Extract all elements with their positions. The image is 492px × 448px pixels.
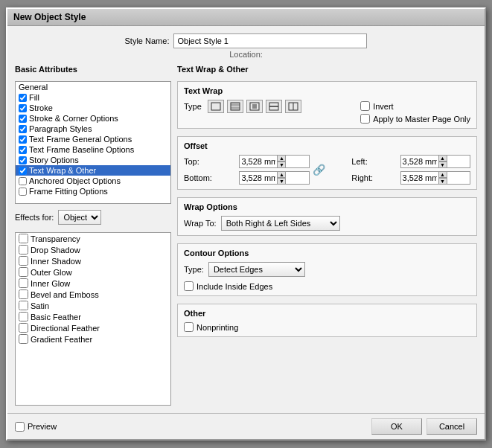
effects-item[interactable]: Transparency [16,233,170,244]
effects-item[interactable]: Gradient Feather [16,333,170,345]
effects-item-checkbox[interactable] [19,323,28,333]
top-spin-down[interactable]: ▼ [277,161,286,168]
preview-checkbox[interactable] [15,422,25,432]
effects-list[interactable]: Transparency Drop Shadow Inner Shadow Ou… [15,232,171,406]
list-item-checkbox[interactable] [19,167,27,175]
list-item[interactable]: Fill [16,92,170,103]
effects-item[interactable]: Inner Glow [16,278,170,289]
list-item[interactable]: Anchored Object Options [16,176,170,186]
list-item[interactable]: Text Frame General Options [16,134,170,144]
left-value-input[interactable] [401,156,438,167]
link-icon[interactable]: 🔗 [314,156,325,183]
contour-options-section: Contour Options Type: Detect Edges Inclu… [177,243,477,296]
effects-item[interactable]: Basic Feather [16,311,170,322]
list-item[interactable]: Paragraph Styles [16,124,170,134]
effects-item-checkbox[interactable] [19,289,28,299]
effects-item-checkbox[interactable] [19,256,28,266]
right-spin[interactable]: ▲ ▼ [400,171,470,185]
effects-item[interactable]: Drop Shadow [16,244,170,255]
list-item[interactable]: Story Options [16,155,170,165]
top-value-input[interactable] [240,156,277,167]
effects-item-label: Inner Glow [31,279,70,288]
effects-item-checkbox[interactable] [19,234,28,243]
list-item-checkbox[interactable] [19,156,27,164]
style-name-label: Style Name: [125,36,170,45]
effects-item-checkbox[interactable] [19,312,28,321]
next-column-icon [288,102,298,111]
top-spin[interactable]: ▲ ▼ [239,155,309,168]
svg-rect-0 [211,103,220,110]
effects-item-checkbox[interactable] [19,267,28,277]
effects-item-checkbox[interactable] [19,301,28,310]
offset-title: Offset [184,141,470,150]
wrap-type-bounding-btn[interactable] [227,100,243,113]
left-spin-down[interactable]: ▼ [438,161,447,168]
text-wrap-title: Text Wrap [184,86,470,95]
wrap-type-next-btn[interactable] [285,100,301,113]
invert-checkbox[interactable] [360,101,370,111]
bottom-value-input[interactable] [240,172,277,184]
style-name-input[interactable] [173,33,367,48]
list-item-checkbox[interactable] [19,146,27,154]
right-label: Right: [351,173,395,182]
title-bar: New Object Style [7,9,485,26]
right-value-input[interactable] [401,172,438,184]
effects-item-checkbox[interactable] [19,278,28,288]
list-item-checkbox[interactable] [19,188,27,196]
ok-button[interactable]: OK [371,418,422,435]
list-item[interactable]: Frame Fitting Options [16,186,170,196]
list-item-label: Text Frame General Options [29,135,132,144]
right-spin-up[interactable]: ▲ [438,171,447,178]
list-item[interactable]: Stroke [16,103,170,113]
list-item[interactable]: Text Frame Baseline Options [16,144,170,155]
list-item-label: Paragraph Styles [29,124,92,133]
list-item-selected[interactable]: Text Wrap & Other [16,165,170,176]
wrap-type-object-btn[interactable] [246,100,263,113]
effects-item-checkbox[interactable] [19,245,28,255]
list-item-checkbox[interactable] [19,94,27,102]
right-panel-title: Text Wrap & Other [177,65,477,74]
list-item-label: Stroke [29,103,53,112]
list-item-checkbox[interactable] [19,177,27,185]
list-item-checkbox[interactable] [19,135,27,144]
effects-item[interactable]: Directional Feather [16,322,170,333]
top-label: Top: [184,157,234,166]
right-spin-down[interactable]: ▼ [438,178,447,185]
list-item[interactable]: General [16,82,170,92]
include-inside-checkbox[interactable] [184,281,194,291]
left-spin-up[interactable]: ▲ [438,155,447,161]
attributes-list[interactable]: General Fill Stroke Stroke & Corner Opti… [15,81,171,204]
list-item-label: Anchored Object Options [29,176,121,185]
top-spin-up[interactable]: ▲ [277,155,286,161]
bottom-spin[interactable]: ▲ ▼ [239,171,309,185]
effects-item[interactable]: Outer Glow [16,266,170,278]
wrap-options-title: Wrap Options [184,202,470,211]
effects-item-label: Gradient Feather [31,335,92,344]
list-item[interactable]: Stroke & Corner Options [16,113,170,124]
effects-for-label: Effects for: [15,213,54,222]
effects-item[interactable]: Satin [16,300,170,311]
wrap-to-select[interactable]: Both Right & Left Sides [221,216,340,231]
effects-item[interactable]: Bevel and Emboss [16,289,170,300]
nonprinting-checkbox[interactable] [184,322,194,332]
cancel-button[interactable]: Cancel [426,418,477,435]
effects-for-select[interactable]: Object [58,210,101,225]
contour-type-select[interactable]: Detect Edges [208,262,305,277]
list-item-checkbox[interactable] [19,104,27,112]
svg-rect-5 [252,104,257,109]
type-label: Type [184,102,202,111]
list-item-label: Text Wrap & Other [29,166,96,175]
left-label: Left: [351,157,395,166]
bottom-spin-down[interactable]: ▼ [277,178,286,185]
effects-item-checkbox[interactable] [19,334,28,344]
left-spin[interactable]: ▲ ▼ [400,155,470,168]
wrap-type-none-btn[interactable] [208,100,224,113]
effects-item[interactable]: Inner Shadow [16,255,170,266]
apply-master-checkbox[interactable] [360,114,370,124]
wrap-type-jump-btn[interactable] [266,100,282,113]
list-item-checkbox[interactable] [19,125,27,133]
bottom-spin-up[interactable]: ▲ [277,171,286,178]
wrap-to-label: Wrap To: [184,219,217,228]
effects-item-label: Transparency [31,234,80,243]
list-item-checkbox[interactable] [19,115,27,123]
